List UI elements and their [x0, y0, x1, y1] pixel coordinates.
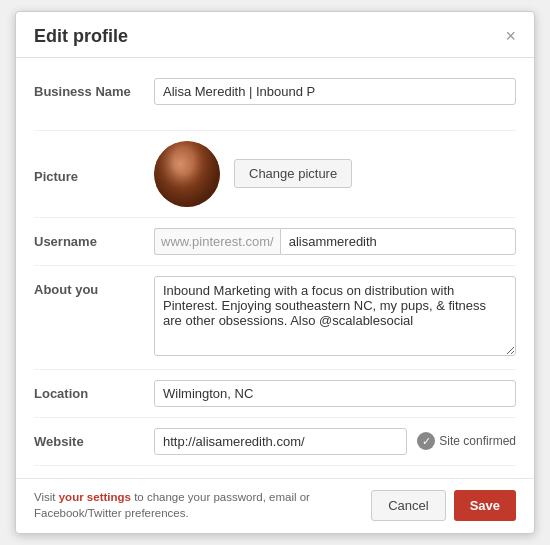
location-field [154, 380, 516, 407]
url-prefix: www.pinterest.com/ [154, 228, 280, 255]
save-button[interactable]: Save [454, 490, 516, 521]
avatar [154, 141, 220, 207]
picture-label: Picture [34, 163, 154, 184]
website-field: ✓ Site confirmed [154, 428, 516, 455]
location-input[interactable] [154, 380, 516, 407]
settings-link[interactable]: your settings [59, 491, 131, 503]
location-label: Location [34, 380, 154, 401]
username-label: Username [34, 228, 154, 249]
footer-note: Visit your settings to change your passw… [34, 489, 334, 521]
modal-header: Edit profile × [16, 12, 534, 58]
username-input[interactable] [280, 228, 516, 255]
close-button[interactable]: × [505, 27, 516, 45]
website-label: Website [34, 428, 154, 449]
about-row: About you Inbound Marketing with a focus… [34, 266, 516, 370]
picture-row: Picture Change picture [34, 131, 516, 218]
site-confirmed-label: Site confirmed [439, 434, 516, 448]
username-field: www.pinterest.com/ [154, 228, 516, 255]
business-name-input[interactable] [154, 78, 516, 105]
modal-body: Business Name Picture Change picture [16, 58, 534, 476]
username-row: Username www.pinterest.com/ [34, 218, 516, 266]
website-input[interactable] [154, 428, 407, 455]
business-name-label: Business Name [34, 78, 154, 99]
about-textarea[interactable]: Inbound Marketing with a focus on distri… [154, 276, 516, 356]
change-picture-button[interactable]: Change picture [234, 159, 352, 188]
business-name-row: Business Name [34, 68, 516, 131]
check-circle-icon: ✓ [417, 432, 435, 450]
site-confirmed-badge: ✓ Site confirmed [417, 432, 516, 450]
picture-field: Change picture [154, 141, 516, 207]
website-row: Website ✓ Site confirmed [34, 418, 516, 466]
location-row: Location [34, 370, 516, 418]
about-field: Inbound Marketing with a focus on distri… [154, 276, 516, 359]
modal-footer: Visit your settings to change your passw… [16, 478, 534, 533]
about-label: About you [34, 276, 154, 297]
footer-buttons: Cancel Save [371, 490, 516, 521]
picture-container: Change picture [154, 141, 516, 207]
edit-profile-modal: Edit profile × Business Name Picture C [15, 11, 535, 534]
avatar-image [154, 141, 220, 207]
modal-title: Edit profile [34, 26, 128, 47]
cancel-button[interactable]: Cancel [371, 490, 445, 521]
business-name-field [154, 78, 516, 120]
footer-note-prefix: Visit [34, 491, 59, 503]
